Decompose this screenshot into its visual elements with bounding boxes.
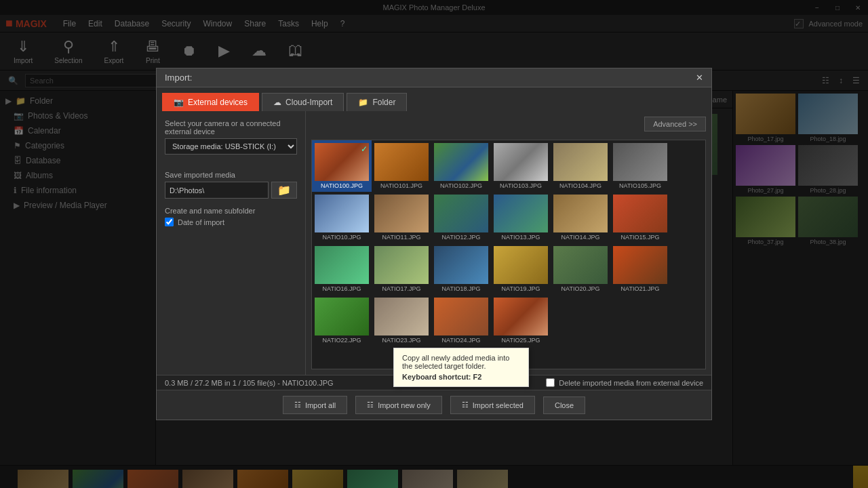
thumbnail-item-NATIO103[interactable]: NATIO103.JPG [491, 140, 551, 192]
thumb-name-NATIO25: NATIO25.JPG [494, 337, 548, 344]
thumb-name-NATIO18: NATIO18.JPG [434, 285, 488, 292]
delete-check-checkbox[interactable] [546, 378, 555, 387]
thumb-img-NATIO11 [374, 195, 429, 232]
tab-folder-label: Folder [372, 98, 395, 107]
thumbnail-item-NATIO22[interactable]: NATIO22.JPG [312, 295, 372, 346]
thumbnail-item-NATIO25[interactable]: NATIO25.JPG [491, 295, 551, 346]
advanced-button[interactable]: Advanced >> [644, 117, 706, 131]
thumb-name-NATIO17: NATIO17.JPG [374, 285, 429, 292]
dialog-right-panel: Advanced >> ✓NATIO100.JPGNATIO101.JPGNAT… [306, 111, 711, 375]
thumb-checkmark-NATIO100: ✓ [361, 144, 368, 154]
browse-button[interactable]: 📁 [271, 182, 297, 199]
dialog-status-text: 0.3 MB / 27.2 MB in 1 / 105 file(s) - NA… [165, 379, 334, 387]
dialog-titlebar: Import: ✕ [157, 68, 711, 87]
tab-external-label: External devices [188, 98, 248, 107]
save-path-input[interactable] [165, 182, 269, 199]
thumbnail-item-NATIO20[interactable]: NATIO20.JPG [551, 243, 610, 295]
thumbnail-item-NATIO102[interactable]: NATIO102.JPG [431, 140, 491, 192]
thumb-img-NATIO102 [434, 143, 488, 181]
thumbnail-item-NATIO101[interactable]: NATIO101.JPG [372, 140, 431, 192]
dialog-close-button[interactable]: ✕ [696, 73, 703, 82]
thumbnail-item-NATIO100[interactable]: ✓NATIO100.JPG [312, 140, 372, 192]
import-selected-button[interactable]: ☷ Import selected [450, 396, 535, 414]
thumbnail-item-NATIO12[interactable]: NATIO12.JPG [431, 192, 491, 243]
tab-cloud-label: Cloud-Import [285, 98, 332, 107]
date-of-import-label: Date of import [178, 218, 224, 226]
thumb-img-NATIO105 [613, 143, 667, 181]
thumb-img-NATIO21 [613, 246, 667, 284]
thumbnail-item-NATIO18[interactable]: NATIO18.JPG [431, 243, 491, 295]
thumb-name-NATIO10: NATIO10.JPG [315, 234, 369, 241]
thumb-img-NATIO14 [553, 195, 608, 232]
device-select[interactable]: Storage media: USB-STICK (I:) [165, 138, 297, 155]
thumb-name-NATIO20: NATIO20.JPG [553, 285, 608, 292]
thumb-name-NATIO19: NATIO19.JPG [494, 285, 548, 292]
import-all-button[interactable]: ☷ Import all [283, 396, 347, 414]
device-label: Select your camera or a connected extern… [165, 119, 297, 136]
tab-folder[interactable]: 📁 Folder [347, 93, 407, 111]
thumb-img-NATIO12 [434, 195, 488, 232]
date-of-import-row: Date of import [165, 218, 297, 226]
thumb-img-NATIO13 [494, 195, 548, 232]
thumb-name-NATIO101: NATIO101.JPG [374, 182, 429, 189]
dialog-actions: ☷ Import all ☷ Import new only ☷ Import … [157, 390, 711, 420]
thumbnail-item-NATIO10[interactable]: NATIO10.JPG [312, 192, 372, 243]
delete-check-row: Delete imported media from external devi… [546, 378, 703, 387]
thumbnail-item-NATIO17[interactable]: NATIO17.JPG [372, 243, 431, 295]
import-selected-label: Import selected [473, 401, 524, 409]
thumb-img-NATIO101 [374, 143, 429, 181]
thumb-name-NATIO103: NATIO103.JPG [494, 182, 548, 189]
thumbnail-item-NATIO15[interactable]: NATIO15.JPG [610, 192, 670, 243]
thumb-name-NATIO16: NATIO16.JPG [315, 285, 369, 292]
thumb-name-NATIO21: NATIO21.JPG [613, 285, 667, 292]
thumbnail-item-NATIO16[interactable]: NATIO16.JPG [312, 243, 372, 295]
thumb-img-NATIO19 [494, 246, 548, 284]
thumbnail-item-NATIO13[interactable]: NATIO13.JPG [491, 192, 551, 243]
thumbnail-item-NATIO14[interactable]: NATIO14.JPG [551, 192, 610, 243]
external-device-icon: 📷 [174, 98, 184, 107]
thumb-img-NATIO16 [315, 246, 369, 284]
thumb-name-NATIO24: NATIO24.JPG [434, 337, 488, 344]
save-path-row: 📁 [165, 182, 297, 199]
thumb-name-NATIO23: NATIO23.JPG [374, 337, 429, 344]
thumb-img-NATIO15 [613, 195, 667, 232]
save-label: Save imported media [165, 171, 297, 179]
thumb-img-NATIO23 [374, 298, 429, 336]
delete-check-label: Delete imported media from external devi… [559, 379, 703, 387]
thumb-img-NATIO18 [434, 246, 488, 284]
thumb-name-NATIO15: NATIO15.JPG [613, 234, 667, 241]
thumbnail-item-NATIO11[interactable]: NATIO11.JPG [372, 192, 431, 243]
thumb-name-NATIO100: NATIO100.JPG [315, 182, 369, 189]
tooltip-line1: Copy all newly added media into the sele… [402, 354, 520, 370]
dialog-title: Import: [165, 73, 192, 83]
date-of-import-checkbox[interactable] [165, 218, 174, 226]
thumbnail-item-NATIO105[interactable]: NATIO105.JPG [610, 140, 670, 192]
thumbnail-item-NATIO23[interactable]: NATIO23.JPG [372, 295, 431, 346]
dialog-close-btn-action[interactable]: Close [543, 396, 585, 414]
thumbnail-item-NATIO21[interactable]: NATIO21.JPG [610, 243, 670, 295]
tooltip-line2: Keyboard shortcut: F2 [402, 373, 520, 381]
thumb-img-NATIO25 [494, 298, 548, 336]
import-dialog: Import: ✕ 📷 External devices ☁ Cloud-Imp… [156, 68, 712, 420]
thumb-name-NATIO12: NATIO12.JPG [434, 234, 488, 241]
thumb-name-NATIO11: NATIO11.JPG [374, 234, 429, 241]
thumb-name-NATIO13: NATIO13.JPG [494, 234, 548, 241]
tab-cloud-import[interactable]: ☁ Cloud-Import [262, 93, 344, 111]
import-all-icon: ☷ [294, 401, 301, 409]
import-dialog-overlay: Import: ✕ 📷 External devices ☁ Cloud-Imp… [0, 0, 868, 488]
thumbnail-item-NATIO24[interactable]: NATIO24.JPG [431, 295, 491, 346]
tab-external-devices[interactable]: 📷 External devices [162, 93, 259, 111]
dialog-body: Select your camera or a connected extern… [157, 111, 711, 375]
import-new-only-button[interactable]: ☷ Import new only [355, 396, 442, 414]
import-all-label: Import all [305, 401, 336, 409]
thumb-img-NATIO20 [553, 246, 608, 284]
thumb-name-NATIO102: NATIO102.JPG [434, 182, 488, 189]
thumbnail-item-NATIO104[interactable]: NATIO104.JPG [551, 140, 610, 192]
import-new-icon: ☷ [367, 401, 374, 409]
dialog-tabs: 📷 External devices ☁ Cloud-Import 📁 Fold… [157, 87, 711, 111]
cloud-tab-icon: ☁ [273, 98, 281, 107]
thumb-name-NATIO14: NATIO14.JPG [553, 234, 608, 241]
thumb-img-NATIO104 [553, 143, 608, 181]
thumbnail-item-NATIO19[interactable]: NATIO19.JPG [491, 243, 551, 295]
dialog-left-panel: Select your camera or a connected extern… [157, 111, 306, 375]
